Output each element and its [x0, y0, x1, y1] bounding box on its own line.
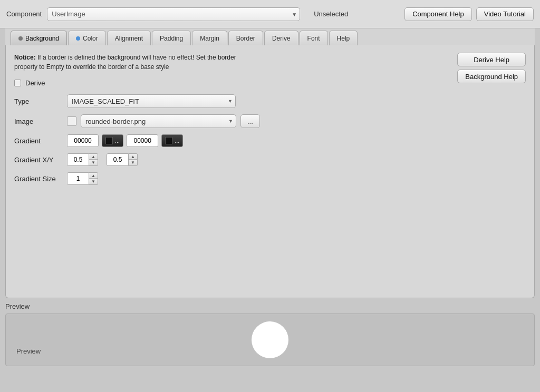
component-label: Component — [6, 10, 42, 18]
gradient-size-up-arrow[interactable]: ▲ — [89, 173, 98, 179]
derive-label: Derive — [25, 79, 45, 87]
image-row: Image rounded-border.png ▼ ... — [14, 114, 526, 128]
gradient-controls: ... ... — [67, 134, 183, 147]
tab-color[interactable]: Color — [68, 31, 106, 45]
component-select[interactable]: UserImage — [47, 7, 300, 21]
tab-padding[interactable]: Padding — [152, 31, 191, 45]
gradient-size-input[interactable] — [67, 172, 89, 185]
gradient-color-swatch-2 — [165, 137, 172, 144]
preview-circle — [252, 321, 288, 358]
background-help-button[interactable]: Background Help — [457, 70, 526, 83]
gradient-y-down-arrow[interactable]: ▼ — [129, 160, 137, 165]
tab-background-label: Background — [25, 35, 59, 42]
preview-inner-label: Preview — [16, 347, 41, 355]
image-select-wrapper: rounded-border.png ▼ ... — [67, 114, 260, 128]
notice-bold: Notice: — [14, 54, 36, 61]
component-help-button[interactable]: Component Help — [404, 7, 472, 21]
gradient-y-input[interactable] — [107, 153, 129, 166]
gradient-x-arrows: ▲ ▼ — [89, 153, 98, 166]
tab-derive-label: Derive — [272, 35, 291, 42]
tab-padding-label: Padding — [160, 35, 183, 42]
gradient-x-down-arrow[interactable]: ▼ — [89, 160, 98, 165]
tab-background[interactable]: Background — [11, 31, 67, 45]
gradient-x-up-arrow[interactable]: ▲ — [89, 154, 98, 160]
tab-alignment-label: Alignment — [115, 35, 143, 42]
tab-derive[interactable]: Derive — [264, 31, 298, 45]
gradient-size-arrows: ▲ ▼ — [89, 172, 98, 185]
tabs-container: Background Color Alignment Padding Margi… — [0, 28, 540, 298]
gradient-x-input[interactable] — [67, 153, 89, 166]
image-browse-button[interactable]: ... — [240, 114, 260, 128]
tab-color-label: Color — [83, 35, 98, 42]
gradient-row: Gradient ... ... — [14, 134, 526, 147]
video-tutorial-button[interactable]: Video Tutorial — [476, 7, 534, 21]
derive-checkbox[interactable] — [14, 80, 21, 86]
derive-row: Derive — [14, 79, 526, 87]
gradient-size-spinner: ▲ ▼ — [67, 172, 98, 185]
help-buttons: Derive Help Background Help — [457, 53, 526, 83]
type-row: Type IMAGE_SCALED_FIT ▼ — [14, 94, 526, 108]
type-label: Type — [14, 97, 62, 105]
tab-help-label: Help — [337, 35, 350, 42]
gradient-color-btn-1-label: ... — [115, 138, 120, 144]
gradient-size-label: Gradient Size — [14, 175, 62, 183]
notice-text: Notice: If a border is defined the backg… — [14, 54, 236, 71]
gradient-y-up-arrow[interactable]: ▲ — [129, 154, 137, 160]
image-label: Image — [14, 117, 62, 125]
image-select[interactable]: rounded-border.png — [81, 114, 236, 128]
derive-help-button[interactable]: Derive Help — [457, 53, 526, 66]
gradient-y-arrows: ▲ ▼ — [129, 153, 138, 166]
type-select[interactable]: IMAGE_SCALED_FIT — [67, 94, 236, 108]
gradient-xy-row: Gradient X/Y ▲ ▼ ▲ ▼ — [14, 153, 526, 166]
tab-dot-color — [76, 36, 80, 41]
tab-border[interactable]: Border — [228, 31, 263, 45]
gradient-color-btn-1[interactable]: ... — [102, 134, 123, 147]
preview-section: Preview Preview — [0, 302, 540, 366]
tab-font[interactable]: Font — [300, 31, 328, 45]
image-preview-swatch — [67, 116, 76, 126]
tab-font-label: Font — [307, 35, 320, 42]
notice-box: Notice: If a border is defined the backg… — [14, 53, 383, 72]
component-select-wrapper: UserImage ▼ — [47, 7, 300, 21]
gradient-size-row: Gradient Size ▲ ▼ — [14, 172, 526, 185]
background-panel: Notice: If a border is defined the backg… — [5, 45, 535, 298]
gradient-color-swatch-1 — [105, 137, 113, 144]
gradient-color-btn-2[interactable]: ... — [161, 134, 183, 147]
gradient-xy-label: Gradient X/Y — [14, 156, 62, 164]
tab-margin[interactable]: Margin — [192, 31, 227, 45]
tab-alignment[interactable]: Alignment — [107, 31, 151, 45]
preview-canvas: Preview — [5, 313, 535, 366]
tab-border-label: Border — [236, 35, 255, 42]
gradient-input-2[interactable] — [127, 134, 158, 147]
top-bar: Component UserImage ▼ Unselected Compone… — [0, 0, 540, 28]
type-dropdown-wrapper: IMAGE_SCALED_FIT ▼ — [67, 94, 236, 108]
unselected-label: Unselected — [314, 10, 348, 18]
image-dropdown-wrapper: rounded-border.png ▼ — [81, 114, 236, 128]
tab-dot-background — [18, 36, 23, 41]
gradient-x-spinner: ▲ ▼ — [67, 153, 98, 166]
top-buttons: Component Help Video Tutorial — [404, 7, 534, 21]
preview-label: Preview — [5, 302, 535, 310]
gradient-color-btn-2-label: ... — [175, 138, 179, 144]
tabs-bar: Background Color Alignment Padding Margi… — [5, 28, 535, 45]
gradient-label: Gradient — [14, 137, 62, 145]
gradient-input-1[interactable] — [67, 134, 99, 147]
gradient-y-spinner: ▲ ▼ — [107, 153, 138, 166]
gradient-size-down-arrow[interactable]: ▼ — [89, 179, 98, 184]
tab-help[interactable]: Help — [329, 31, 358, 45]
tab-margin-label: Margin — [200, 35, 219, 42]
